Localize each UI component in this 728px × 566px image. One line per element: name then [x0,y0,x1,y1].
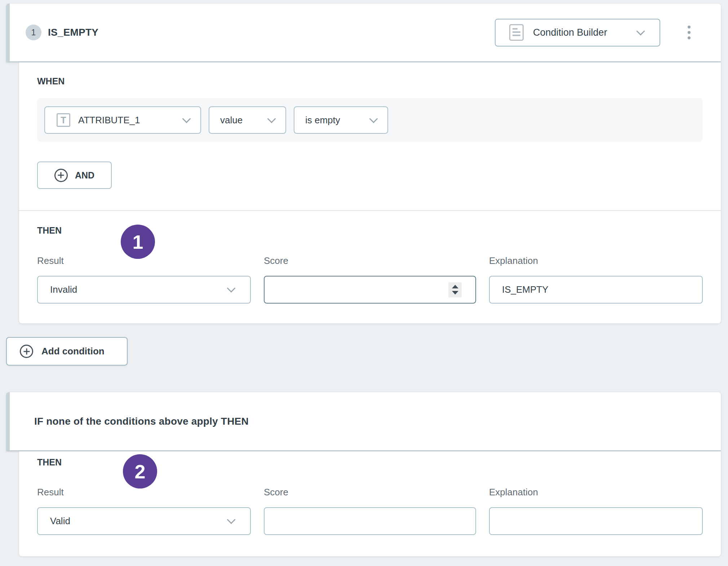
chevron-down-icon [227,515,235,524]
field-select-value: value [220,115,243,126]
score-label: Score [264,487,476,498]
result-select-value: Valid [50,516,70,527]
result-label: Result [37,487,251,498]
fallback-title: IF none of the conditions above apply TH… [34,416,249,427]
rule-index: 1 [31,28,36,37]
result-select-value: Invalid [50,284,77,295]
explanation-field-group: Explanation [489,487,703,535]
then-fields-row: Result Valid Score Explanation [37,487,703,535]
fallback-card-header: IF none of the conditions above apply TH… [6,392,721,451]
attribute-select-value: ATTRIBUTE_1 [78,115,140,126]
result-field-group: Result Invalid [37,255,251,304]
number-stepper[interactable] [448,282,462,297]
annotation-step-marker-2: 2 [123,454,157,488]
chevron-down-icon [182,114,191,123]
result-field-group: Result Valid [37,487,251,535]
stepper-up-icon[interactable] [452,285,458,288]
rule-index-badge: 1 [26,25,41,40]
explanation-field-group: Explanation [489,255,703,304]
section-divider [19,210,721,211]
chevron-down-icon [227,284,235,292]
then-fields-row: Result Invalid Score Explanation [37,255,703,304]
operator-select-value: is empty [305,115,340,126]
add-condition-button[interactable]: Add condition [6,337,128,366]
fallback-card-body: THEN 2 Result Valid Score Explanation [19,451,721,556]
stepper-down-icon[interactable] [452,291,458,295]
condition-builder-label: Condition Builder [533,27,607,38]
and-button-label: AND [75,170,94,181]
rule-menu-kebab-icon[interactable] [685,23,693,41]
plus-circle-icon [54,169,68,182]
score-label: Score [264,255,476,266]
document-lines-icon [509,24,524,41]
rule-card-body: WHEN T ATTRIBUTE_1 value is empty AND TH… [19,62,721,323]
attribute-select[interactable]: T ATTRIBUTE_1 [44,106,201,134]
annotation-step-marker-1: 1 [121,225,155,259]
when-label: WHEN [37,74,703,88]
text-type-icon: T [57,113,70,127]
result-select[interactable]: Invalid [37,276,251,304]
score-input-wrap [264,276,476,304]
field-select[interactable]: value [209,106,286,134]
explanation-input[interactable] [489,276,703,304]
score-field-group: Score [264,487,476,535]
condition-builder-dropdown[interactable]: Condition Builder [495,19,660,47]
add-and-clause-button[interactable]: AND [37,162,112,189]
condition-row: T ATTRIBUTE_1 value is empty [37,98,703,142]
explanation-input[interactable] [489,507,703,535]
operator-select[interactable]: is empty [294,106,388,134]
rule-title: IS_EMPTY [48,27,98,38]
condition-builder-page: 1 IS_EMPTY Condition Builder WHEN T ATTR… [0,0,728,566]
score-field-group: Score [264,255,476,304]
plus-circle-icon [20,345,33,358]
chevron-down-icon [369,114,378,123]
chevron-down-icon [636,27,645,35]
score-input[interactable] [264,276,476,304]
explanation-label: Explanation [489,255,703,266]
explanation-label: Explanation [489,487,703,498]
result-select[interactable]: Valid [37,507,251,535]
add-condition-label: Add condition [41,346,105,357]
rule-card-header: 1 IS_EMPTY Condition Builder [6,4,721,62]
chevron-down-icon [267,114,276,123]
score-input[interactable] [264,507,476,535]
